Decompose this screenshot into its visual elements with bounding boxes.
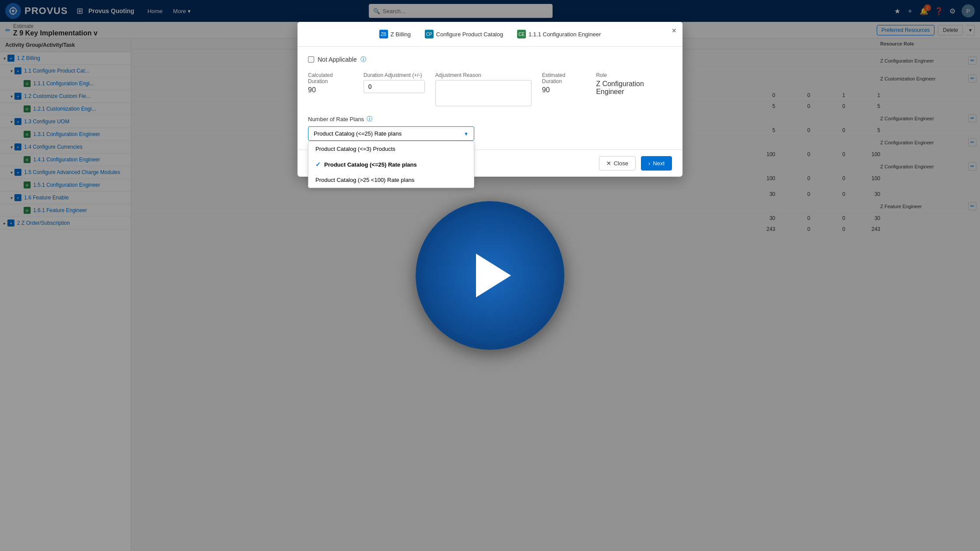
adjustment-reason-label: Adjustment Reason (435, 72, 532, 78)
estimated-duration-group: Estimated Duration 90 (542, 72, 586, 106)
duration-adjustment-label: Duration Adjustment (+/-) (364, 72, 425, 78)
duration-adjustment-group: Duration Adjustment (+/-) (364, 72, 425, 106)
dropdown-item-lte3-label: Product Catalog (<=3) Products (315, 146, 396, 152)
dropdown-selected-text: Product Catalog (<=25) Rate plans (314, 130, 402, 137)
rate-plans-label-text: Number of Rate Plans (308, 116, 364, 122)
calculated-duration-value: 90 (308, 86, 353, 94)
role-label: Role (596, 72, 672, 78)
not-applicable-label: Not Applicable (318, 56, 357, 63)
adjustment-reason-group: Adjustment Reason (435, 72, 532, 106)
close-modal-button[interactable]: ✕ Close (599, 156, 636, 171)
adjustment-reason-input[interactable] (435, 80, 532, 106)
dropdown-item-lte3[interactable]: Product Catalog (<=3) Products (308, 141, 474, 157)
modal: ZB Z Billing CP Configure Product Catalo… (298, 22, 682, 177)
dropdown-item-lte25[interactable]: ✓ Product Catalog (<=25) Rate plans (308, 157, 474, 172)
role-group: Role Z Configuration Engineer (596, 72, 672, 106)
rate-plans-label-row: Number of Rate Plans ⓘ (308, 115, 672, 123)
modal-tab-configure[interactable]: CP Configure Product Catalog (421, 28, 507, 40)
calculated-duration-group: Calculated Duration 90 (308, 72, 353, 106)
checkmark-icon: ✓ (315, 161, 321, 168)
estimated-duration-label: Estimated Duration (542, 72, 586, 84)
calculated-duration-label: Calculated Duration (308, 72, 353, 84)
not-applicable-info-icon[interactable]: ⓘ (360, 56, 366, 63)
form-row: Calculated Duration 90 Duration Adjustme… (308, 72, 672, 106)
not-applicable-row: Not Applicable ⓘ (308, 56, 672, 63)
dropdown-selected[interactable]: Product Catalog (<=25) Rate plans ▼ (308, 126, 474, 141)
modal-tab-configure-label: Configure Product Catalog (436, 31, 503, 38)
duration-adjustment-input[interactable] (364, 80, 425, 93)
dropdown-item-gt25-label: Product Catalog (>25 <100) Rate plans (315, 177, 414, 183)
next-button[interactable]: › Next (641, 156, 672, 171)
modal-tab-engineer-label: 1.1.1 Configuration Engineer (528, 31, 601, 38)
role-value: Z Configuration Engineer (596, 80, 672, 96)
video-overlay[interactable] (416, 201, 564, 350)
modal-tab-zbilling-label: Z Billing (391, 31, 411, 38)
modal-close-x-button[interactable]: × (672, 26, 676, 35)
not-applicable-checkbox[interactable] (308, 56, 314, 63)
dropdown-item-lte25-label: Product Catalog (<=25) Rate plans (324, 161, 417, 168)
modal-tab-zbilling[interactable]: ZB Z Billing (376, 28, 414, 40)
zbilling-icon: ZB (379, 30, 388, 38)
dropdown-menu: Product Catalog (<=3) Products ✓ Product… (308, 141, 474, 188)
close-modal-x-icon: ✕ (606, 160, 611, 167)
rate-plans-info-icon[interactable]: ⓘ (367, 115, 372, 123)
configure-icon: CP (425, 30, 434, 38)
estimated-duration-value: 90 (542, 86, 586, 94)
play-button-icon (476, 254, 511, 297)
next-icon: › (648, 160, 650, 167)
dropdown-caret-icon: ▼ (464, 131, 469, 136)
modal-header: ZB Z Billing CP Configure Product Catalo… (298, 22, 682, 47)
engineer-icon: CE (517, 30, 526, 38)
dropdown-container: Product Catalog (<=25) Rate plans ▼ Prod… (308, 126, 672, 141)
dropdown-item-gt25[interactable]: Product Catalog (>25 <100) Rate plans (308, 172, 474, 188)
modal-body: Not Applicable ⓘ Calculated Duration 90 … (298, 47, 682, 150)
close-modal-label: Close (614, 160, 628, 167)
next-label: Next (653, 160, 665, 167)
modal-tab-engineer[interactable]: CE 1.1.1 Configuration Engineer (514, 28, 605, 40)
